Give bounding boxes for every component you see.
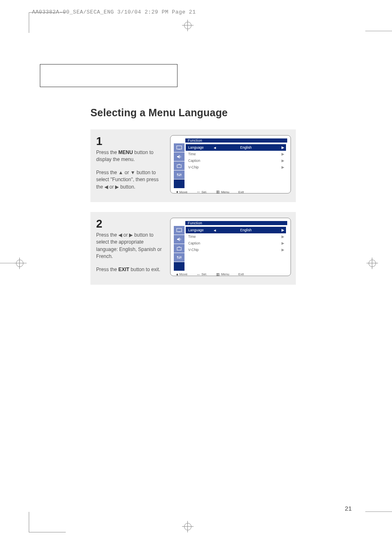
page-title: Selecting a Menu Language [90, 107, 296, 119]
svg-rect-10 [178, 232, 180, 232]
header-box [40, 64, 178, 87]
osd-title: Function [185, 138, 287, 143]
tab-function-icon [174, 180, 184, 188]
osd-footer: ♦Move ↔Sel. ▥Menu Exit [174, 189, 287, 194]
updown-icon: ♦ [176, 190, 178, 194]
page-number: 21 [345, 505, 352, 512]
osd-tab-strip [174, 143, 184, 189]
osd-row-time: Time▶ [186, 233, 286, 240]
osd-menu-rows-2: Language English ▶ Time▶ Caption▶ V-C [186, 227, 287, 253]
menu-icon: ▥ [216, 272, 220, 276]
osd-row-caption: Caption▶ [186, 240, 286, 246]
osd-title-2: Function [185, 221, 287, 225]
step-1-para-2: Press the ▲ or ▼ button to select "Funct… [96, 169, 163, 191]
crop-line-right-bottom [365, 511, 392, 512]
svg-rect-9 [177, 228, 182, 232]
registration-mark-top [182, 20, 194, 31]
osd-row-time: Time▶ [186, 151, 286, 157]
osd-tab-strip-2 [174, 226, 184, 271]
osd-menu-rows: Language English ▶ Time▶ Caption▶ V-C [186, 144, 287, 170]
crop-mark-top-left [29, 12, 66, 33]
tab-function-icon [174, 262, 184, 271]
leftright-icon: ↔ [196, 190, 200, 194]
registration-mark-bottom [182, 521, 194, 532]
osd-footer-2: ♦Move ↔Sel. ▥Menu Exit [174, 271, 287, 276]
step-1-number: 1 [96, 135, 163, 148]
svg-rect-1 [178, 149, 180, 150]
svg-point-15 [177, 256, 178, 258]
osd-row-language: Language English ▶ [186, 227, 286, 233]
menu-icon: ▥ [216, 190, 220, 194]
svg-rect-2 [177, 165, 181, 168]
crop-mark-bottom-left [29, 512, 66, 532]
step-1: 1 Press the MENU button to display the m… [90, 129, 296, 202]
registration-mark-right [367, 258, 378, 269]
svg-point-7 [179, 175, 180, 176]
osd-row-language: Language English ▶ [186, 144, 286, 151]
step-2-para-1: Press the ◀ or ▶ button to select the ap… [96, 232, 163, 260]
osd-row-vchip: V-Chip▶ [186, 164, 286, 170]
tab-setup-icon [174, 253, 184, 262]
tab-channel-icon [174, 244, 184, 253]
updown-icon: ♦ [176, 272, 178, 276]
tab-sound-icon [174, 235, 184, 244]
osd-screenshot-1: Function Language English ▶ [170, 135, 291, 193]
tab-picture-icon [174, 143, 184, 152]
registration-mark-left [14, 258, 25, 269]
tab-setup-icon [174, 170, 184, 179]
svg-point-6 [177, 174, 178, 175]
leftright-icon: ↔ [196, 272, 200, 276]
svg-point-17 [180, 257, 182, 258]
svg-point-8 [180, 174, 182, 175]
step-2-para-2: Press the EXIT button to exit. [96, 266, 163, 273]
tab-channel-icon [174, 161, 184, 170]
step-2-text: 2 Press the ◀ or ▶ button to select the … [96, 218, 163, 279]
crop-line-right-top [365, 31, 392, 31]
tab-picture-icon [174, 226, 184, 235]
osd-row-vchip: V-Chip▶ [186, 246, 286, 253]
main-content: Selecting a Menu Language 1 Press the ME… [90, 107, 296, 295]
svg-rect-0 [177, 146, 182, 149]
step-1-text: 1 Press the MENU button to display the m… [96, 135, 163, 196]
step-1-para-1: Press the MENU button to display the men… [96, 149, 163, 164]
osd-row-caption: Caption▶ [186, 157, 286, 164]
tab-sound-icon [174, 152, 184, 161]
step-2: 2 Press the ◀ or ▶ button to select the … [90, 212, 296, 285]
step-2-number: 2 [96, 218, 163, 230]
svg-point-16 [179, 258, 180, 259]
svg-rect-11 [177, 247, 181, 250]
osd-screenshot-2: Function Language English ▶ [170, 218, 291, 276]
